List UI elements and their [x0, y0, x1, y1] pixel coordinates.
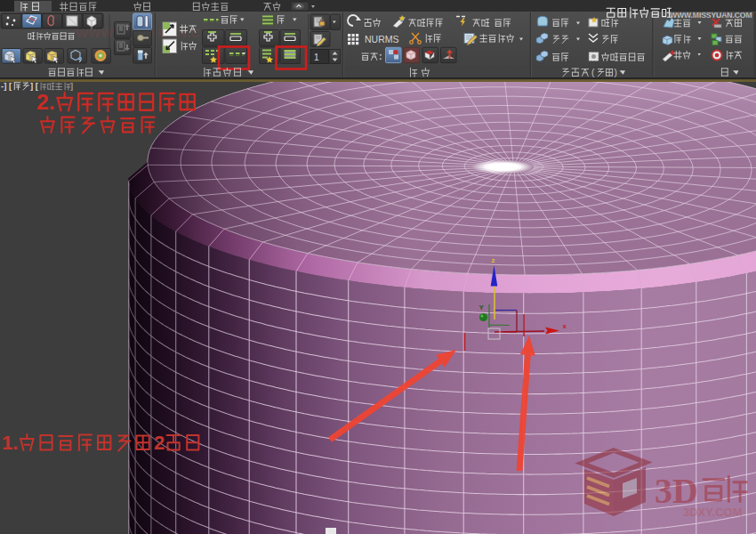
- svg-text:1: 1: [314, 53, 319, 62]
- svg-text:NURMS: NURMS: [365, 34, 399, 44]
- svg-text:x: x: [563, 322, 567, 330]
- svg-text:3DXY.COM: 3DXY.COM: [683, 506, 742, 519]
- svg-text:z: z: [492, 256, 495, 264]
- svg-text:] [: ] [: [30, 81, 39, 91]
- svg-text:-] [: -] [: [1, 81, 12, 91]
- svg-text:1.: 1.: [2, 432, 18, 454]
- svg-text:2: 2: [154, 432, 165, 454]
- svg-text:WWW.MISSYUAN.COM: WWW.MISSYUAN.COM: [670, 11, 752, 20]
- svg-text:Y: Y: [479, 303, 485, 312]
- svg-text:): ): [615, 68, 617, 77]
- svg-text::: :: [379, 51, 382, 61]
- svg-text:2.: 2.: [36, 90, 55, 114]
- svg-text:]: ]: [70, 81, 73, 91]
